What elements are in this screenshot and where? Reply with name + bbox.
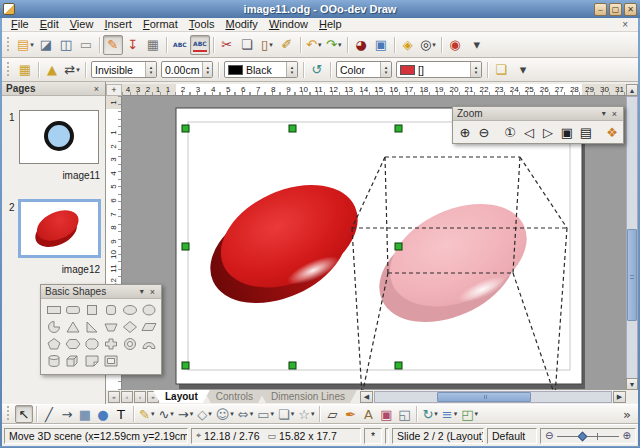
shape-hexagon[interactable] (64, 336, 82, 352)
vertical-scrollbar[interactable] (626, 96, 638, 390)
line-color-combo[interactable]: Black▴▾ (224, 61, 298, 78)
fill-style-combo[interactable]: Color▴▾ (336, 61, 392, 78)
shape-rounded-square[interactable] (102, 302, 120, 318)
previous-page-tab-button[interactable]: ‹ (121, 391, 133, 403)
toolbar-grip-3[interactable] (7, 406, 12, 422)
zoom-palette-close-icon[interactable]: × (610, 109, 619, 119)
help-button[interactable]: ◉ (445, 35, 465, 55)
toolbar-options-button[interactable]: ▾ (467, 35, 487, 55)
zoom-100-button[interactable]: ① (501, 123, 519, 141)
dropdown-arrow-icon[interactable]: ▾ (269, 41, 273, 49)
line-width-spin-spinner-icon[interactable]: ▴▾ (202, 62, 212, 77)
lines-and-arrows-button[interactable]: →▾ (176, 405, 195, 423)
menu-window[interactable]: Window (264, 18, 313, 31)
shape-parallelogram[interactable] (140, 319, 158, 335)
next-page-tab-button[interactable]: › (134, 391, 146, 403)
menu-edit[interactable]: Edit (35, 18, 64, 31)
fontwork-gallery-button[interactable]: A (359, 405, 377, 423)
block-arrows-button[interactable]: ⇔▾ (236, 405, 255, 423)
zoom-palette[interactable]: Zoom ▾ × ⊕⊖①◁▷▣▤❖ (452, 106, 624, 144)
rotate-button[interactable]: ↺ (307, 60, 327, 80)
document-as-email-button[interactable]: ▭ (76, 35, 96, 55)
shape-cylinder[interactable] (45, 353, 63, 369)
edit-points-button[interactable]: ▱ (323, 405, 341, 423)
zoom-palette-menu-icon[interactable]: ▾ (602, 109, 606, 118)
zoom-out-button[interactable]: ⊖ (475, 123, 493, 141)
menu-insert[interactable]: Insert (99, 18, 137, 31)
rectangle-button[interactable]: ■ (76, 405, 94, 423)
from-file-button[interactable]: ▣ (377, 405, 395, 423)
zoom-in-icon[interactable]: ⊕ (623, 430, 631, 441)
zoom-previous-button[interactable]: ◁ (520, 123, 538, 141)
vertical-scrollbar-thumb[interactable] (627, 229, 637, 321)
format-paintbrush-button[interactable]: ✐ (277, 35, 297, 55)
status-page-style[interactable]: Default (487, 428, 537, 444)
select-button[interactable]: ↖ (15, 405, 33, 423)
dropdown-arrow-icon[interactable]: ▾ (208, 410, 212, 418)
export-pdf-button[interactable]: ↧ (123, 35, 143, 55)
zoom-out-icon[interactable]: ⊖ (545, 430, 553, 441)
dropdown-arrow-icon[interactable]: ▾ (454, 410, 458, 418)
entire-page-button[interactable]: ▣ (558, 123, 576, 141)
dropdown-arrow-icon[interactable]: ▾ (30, 41, 34, 49)
page-width-button[interactable]: ▤ (577, 123, 595, 141)
close-button[interactable]: ✕ (624, 3, 637, 16)
tab-controls[interactable]: Controls (204, 390, 265, 403)
zoom-slider-track[interactable] (557, 430, 618, 442)
arrange-button[interactable]: ◰▾ (459, 405, 480, 423)
first-page-tab-button[interactable]: « (108, 391, 120, 403)
curve-button[interactable]: ✎▾ (137, 405, 156, 423)
shape-octagon[interactable] (83, 336, 101, 352)
horizontal-ruler[interactable]: 4321123456789101112131415161718192021222… (122, 84, 626, 96)
new-document-button[interactable]: ▤▾ (15, 35, 36, 55)
dropdown-arrow-icon[interactable]: ▾ (291, 410, 295, 418)
dropdown-arrow-icon[interactable]: ▾ (432, 41, 436, 49)
toolbar-grip-2[interactable] (7, 62, 12, 78)
page-1-thumbnail[interactable] (19, 110, 99, 164)
shape-regular-pentagon[interactable] (45, 336, 63, 352)
shape-trapezoid[interactable] (102, 319, 120, 335)
dropdown-arrow-icon[interactable]: ▾ (190, 410, 194, 418)
shadow-button[interactable]: ❏ (491, 60, 511, 80)
dropdown-arrow-icon[interactable]: ▾ (475, 410, 479, 418)
dropdown-arrow-icon[interactable]: ▾ (230, 410, 234, 418)
basic-shapes-palette[interactable]: Basic Shapes ▾ × (40, 284, 162, 375)
dropdown-arrow-icon[interactable]: ▾ (271, 410, 275, 418)
shape-isosceles-triangle[interactable] (64, 319, 82, 335)
shape-circle-pie[interactable] (45, 319, 63, 335)
zoom-palette-titlebar[interactable]: Zoom ▾ × (453, 107, 623, 121)
basic-shapes-titlebar[interactable]: Basic Shapes ▾ × (41, 285, 161, 299)
dropdown-arrow-icon[interactable]: ▾ (151, 410, 155, 418)
title-bar[interactable]: image11.odg - OOo-dev Draw – ▢ ✕ (0, 0, 640, 18)
flowchart-button[interactable]: ▭▾ (255, 405, 276, 423)
copy-button[interactable]: ❏ (237, 35, 257, 55)
insert-chart-button[interactable]: ◕ (351, 35, 371, 55)
line-button[interactable]: ╱ (40, 405, 58, 423)
spellcheck-button[interactable]: ABC (170, 35, 190, 55)
shape-frame[interactable] (102, 353, 120, 369)
zoom-slider-thumb[interactable] (577, 431, 587, 441)
undo-button[interactable]: ↶▾ (304, 35, 324, 55)
fill-color-combo-spinner-icon[interactable]: ▴▾ (470, 62, 481, 77)
shape-ellipse[interactable] (121, 302, 139, 318)
fill-color-combo[interactable]: []▴▾ (396, 61, 482, 78)
line-dialog-button[interactable]: ▲ (42, 60, 62, 80)
scroll-right-icon[interactable]: ▶ (613, 391, 626, 403)
toolbar-options-2-button[interactable]: ▾ (513, 60, 533, 80)
redo-button[interactable]: ↷▾ (324, 35, 344, 55)
shape-right-triangle[interactable] (83, 319, 101, 335)
stars-button[interactable]: ☆▾ (296, 405, 316, 423)
tab-dimension-lines[interactable]: Dimension Lines (259, 390, 357, 403)
paste-button[interactable]: ▯▾ (257, 35, 277, 55)
save-button[interactable]: ◫ (56, 35, 76, 55)
shape-folded-corner[interactable] (83, 353, 101, 369)
dropdown-arrow-icon[interactable]: ▾ (311, 410, 315, 418)
object-zoom-button[interactable]: ❖ (603, 123, 621, 141)
arrow-style-button[interactable]: ⇄▾ (62, 60, 82, 80)
minimize-button[interactable]: – (594, 3, 607, 16)
insert-image-button[interactable]: ▣ (371, 35, 391, 55)
menu-help[interactable]: Help (314, 18, 347, 31)
maximize-button[interactable]: ▢ (609, 3, 622, 16)
horizontal-scrollbar-thumb[interactable] (437, 392, 531, 402)
shape-rectangle[interactable] (45, 302, 63, 318)
